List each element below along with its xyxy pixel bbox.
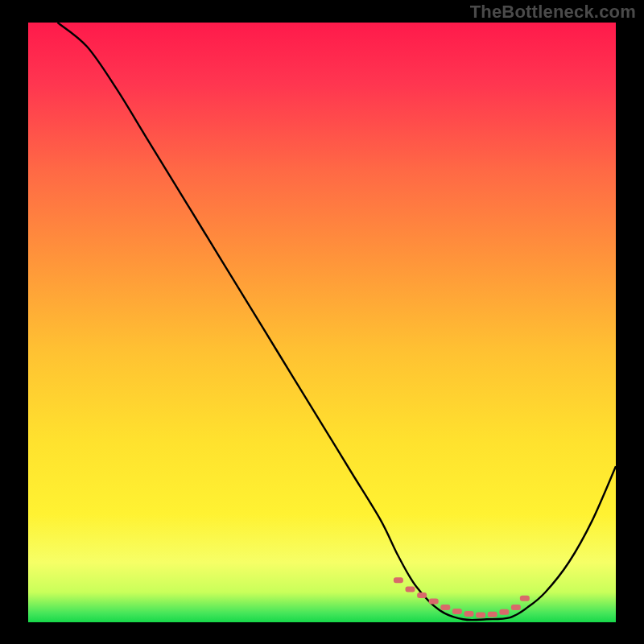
chart-frame: TheBottleneck.com [0, 0, 644, 644]
optimal-marker [476, 613, 485, 618]
optimal-marker [464, 611, 474, 617]
optimal-marker [429, 598, 439, 604]
optimal-marker [499, 609, 509, 615]
optimal-marker [488, 612, 497, 617]
gradient-background [28, 23, 616, 622]
plot-area [28, 23, 616, 622]
optimal-marker [511, 605, 521, 610]
optimal-marker [394, 577, 403, 583]
optimal-marker [406, 587, 415, 592]
optimal-marker [452, 609, 462, 614]
optimal-marker [440, 605, 450, 610]
optimal-marker [417, 592, 427, 598]
watermark-text: TheBottleneck.com [470, 2, 636, 23]
optimal-marker [520, 596, 530, 601]
bottleneck-chart [28, 23, 616, 622]
